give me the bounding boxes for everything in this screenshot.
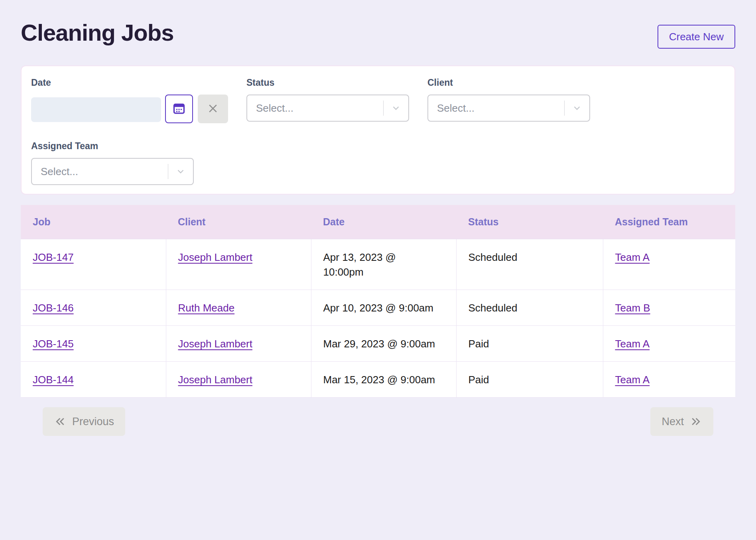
close-icon [207,102,219,116]
chevron-down-icon [168,166,193,177]
client-link[interactable]: Joseph Lambert [178,251,252,263]
column-header-date: Date [311,205,456,239]
team-link[interactable]: Team A [615,374,650,386]
client-link[interactable]: Ruth Meade [178,302,235,314]
date-cell: Apr 10, 2023 @ 9:00am [311,290,456,326]
client-cell: Joseph Lambert [166,326,311,362]
column-header-client: Client [166,205,311,239]
date-cell: Mar 15, 2023 @ 9:00am [311,362,456,398]
team-select[interactable]: Select... [31,158,194,185]
team-cell: Team A [603,239,735,290]
column-header-status: Status [456,205,603,239]
client-cell: Ruth Meade [166,290,311,326]
date-input[interactable] [31,97,161,122]
double-chevron-right-icon [689,415,702,428]
create-new-button[interactable]: Create New [658,25,735,49]
filter-row-top: Date [31,77,725,123]
filter-card: Date [21,65,735,195]
status-filter-group: Status Select... [246,77,409,123]
page-title: Cleaning Jobs [21,20,173,45]
status-select-placeholder: Select... [247,102,383,114]
next-button[interactable]: Next [650,407,713,436]
job-cell: JOB-145 [21,326,166,362]
status-cell: Scheduled [456,290,603,326]
table-row: JOB-146 Ruth Meade Apr 10, 2023 @ 9:00am… [21,290,735,326]
job-link[interactable]: JOB-146 [33,302,74,314]
team-cell: Team A [603,362,735,398]
chevron-down-icon [565,103,589,113]
filter-row-bottom: Assigned Team Select... [31,141,725,185]
team-link[interactable]: Team B [615,302,650,314]
team-cell: Team A [603,326,735,362]
client-link[interactable]: Joseph Lambert [178,338,252,350]
pagination: Previous Next [21,407,735,436]
client-cell: Joseph Lambert [166,239,311,290]
team-link[interactable]: Team A [615,338,650,350]
calendar-icon [172,102,186,116]
date-cell: Mar 29, 2023 @ 9:00am [311,326,456,362]
job-cell: JOB-146 [21,290,166,326]
previous-button[interactable]: Previous [43,407,125,436]
status-cell: Paid [456,362,603,398]
column-header-job: Job [21,205,166,239]
status-cell: Scheduled [456,239,603,290]
date-cell: Apr 13, 2023 @ 10:00pm [311,239,456,290]
job-link[interactable]: JOB-145 [33,338,74,350]
client-filter-label: Client [427,77,590,88]
table-header-row: Job Client Date Status Assigned Team [21,205,735,239]
chevron-down-icon [384,103,408,113]
clear-date-button[interactable] [198,95,228,123]
date-filter-label: Date [31,77,228,88]
team-select-placeholder: Select... [32,166,168,178]
client-link[interactable]: Joseph Lambert [178,374,252,386]
table-body: JOB-147 Joseph Lambert Apr 13, 2023 @ 10… [21,239,735,398]
team-link[interactable]: Team A [615,251,650,263]
table-row: JOB-144 Joseph Lambert Mar 15, 2023 @ 9:… [21,362,735,398]
team-cell: Team B [603,290,735,326]
date-controls [31,95,228,123]
date-filter-group: Date [31,77,228,123]
client-filter-group: Client Select... [427,77,590,123]
status-filter-label: Status [246,77,409,88]
double-chevron-left-icon [54,415,67,428]
page-header: Cleaning Jobs Create New [21,20,735,49]
column-header-assigned-team: Assigned Team [603,205,735,239]
status-select[interactable]: Select... [246,95,409,122]
team-filter-group: Assigned Team Select... [31,141,194,185]
team-filter-label: Assigned Team [31,141,194,152]
next-button-label: Next [662,416,684,428]
table-row: JOB-145 Joseph Lambert Mar 29, 2023 @ 9:… [21,326,735,362]
job-link[interactable]: JOB-144 [33,374,74,386]
table-row: JOB-147 Joseph Lambert Apr 13, 2023 @ 10… [21,239,735,290]
job-cell: JOB-147 [21,239,166,290]
calendar-button[interactable] [165,95,193,123]
cleaning-jobs-page: Cleaning Jobs Create New Date [0,0,756,540]
client-select[interactable]: Select... [427,95,590,122]
jobs-table: Job Client Date Status Assigned Team JOB… [21,205,735,398]
job-cell: JOB-144 [21,362,166,398]
client-cell: Joseph Lambert [166,362,311,398]
job-link[interactable]: JOB-147 [33,251,74,263]
client-select-placeholder: Select... [428,102,564,114]
previous-button-label: Previous [72,416,114,428]
status-cell: Paid [456,326,603,362]
